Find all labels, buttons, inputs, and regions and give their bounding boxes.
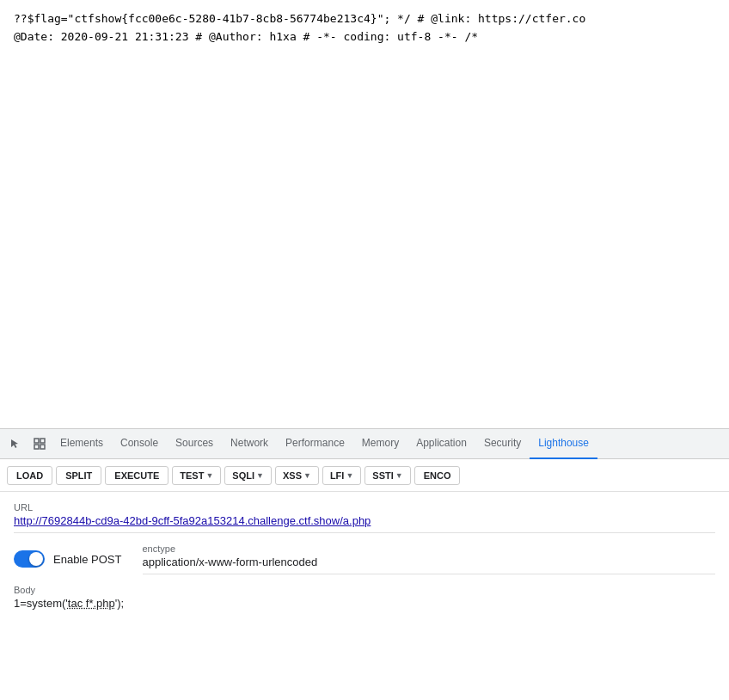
url-label: URL [14,502,715,513]
toolbar-row: LOAD SPLIT EXECUTE TEST ▼ SQLI ▼ XSS ▼ L… [0,459,729,492]
form-area: URL http://7692844b-cd9a-42bd-9cff-5fa92… [0,492,729,700]
inspect-icon[interactable] [28,432,52,456]
body-label: Body [14,585,715,595]
body-value[interactable]: 1=system('tac f*.php'); [14,597,715,610]
url-field-group: URL http://7692844b-cd9a-42bd-9cff-5fa92… [14,502,715,533]
enctype-group: enctype application/x-www-form-urlencode… [143,543,716,574]
lfi-chevron: ▼ [346,471,353,480]
split-button[interactable]: SPLIT [56,466,101,485]
enctype-value[interactable]: application/x-www-form-urlencoded [143,556,716,574]
execute-button[interactable]: EXECUTE [105,466,168,485]
sqli-chevron: ▼ [256,471,264,480]
test-chevron: ▼ [205,471,213,480]
ssti-chevron: ▼ [395,471,403,480]
sqli-button[interactable]: SQLI ▼ [224,466,272,485]
cursor-icon[interactable] [3,432,28,456]
svg-rect-2 [34,445,39,449]
enable-post-label: Enable POST [53,553,122,566]
post-enctype-row: Enable POST enctype application/x-www-fo… [14,543,715,574]
tab-application[interactable]: Application [407,429,475,459]
code-line-1: ??$flag="ctfshow{fcc00e6c-5280-41b7-8cb8… [14,10,715,28]
svg-rect-0 [34,439,39,443]
tab-console[interactable]: Console [112,429,167,459]
tab-memory[interactable]: Memory [353,429,407,459]
svg-rect-3 [40,445,45,449]
main-content: ??$flag="ctfshow{fcc00e6c-5280-41b7-8cb8… [0,0,729,428]
test-button[interactable]: TEST ▼ [172,466,221,485]
load-button[interactable]: LOAD [7,466,52,485]
tab-performance[interactable]: Performance [277,429,353,459]
xss-chevron: ▼ [303,471,311,480]
xss-button[interactable]: XSS ▼ [275,466,319,485]
enctype-label: enctype [143,543,716,554]
svg-rect-1 [40,439,45,443]
enable-post-toggle[interactable] [14,550,45,568]
tab-lighthouse[interactable]: Lighthouse [530,429,597,459]
tab-elements[interactable]: Elements [52,429,112,459]
enable-post-group: Enable POST [14,550,122,568]
enco-button[interactable]: ENCO [414,466,461,485]
lfi-button[interactable]: LFI ▼ [322,466,361,485]
devtools-panel: Elements Console Sources Network Perform… [0,428,729,700]
tab-network[interactable]: Network [222,429,277,459]
body-field-group: Body 1=system('tac f*.php'); [14,585,715,610]
url-value[interactable]: http://7692844b-cd9a-42bd-9cff-5fa92a153… [14,514,715,533]
tab-security[interactable]: Security [475,429,530,459]
devtools-tab-bar: Elements Console Sources Network Perform… [0,429,729,459]
body-tac: tac f*.php [68,597,115,610]
code-line-2: @Date: 2020-09-21 21:31:23 # @Author: h1… [14,28,715,46]
tab-sources[interactable]: Sources [167,429,222,459]
ssti-button[interactable]: SSTI ▼ [364,466,410,485]
